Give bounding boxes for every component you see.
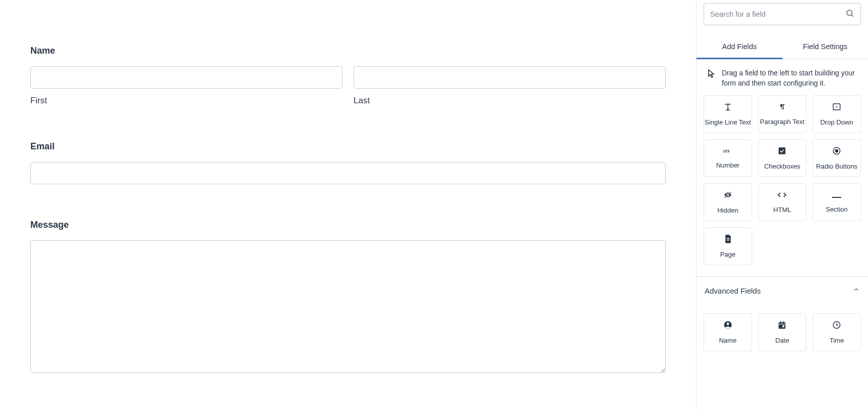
label: Date (775, 337, 789, 344)
svg-rect-19 (784, 321, 785, 323)
field-section[interactable]: Section (812, 183, 861, 221)
form-canvas[interactable]: Name First Last Email Message (0, 0, 696, 410)
email-label: Email (30, 141, 666, 152)
standard-fields-grid: Single Line Text Paragraph Text Drop Dow… (697, 95, 868, 276)
field-time[interactable]: Time (812, 313, 861, 351)
advanced-fields-header[interactable]: Advanced Fields (697, 276, 868, 304)
advanced-fields-grid: Name Date Time (697, 304, 868, 362)
label: Page (720, 251, 735, 258)
calendar-icon (777, 320, 787, 332)
tab-field-settings[interactable]: Field Settings (783, 35, 869, 59)
svg-text:123: 123 (723, 149, 730, 153)
sidebar-tabs: Add Fields Field Settings (697, 35, 868, 59)
text-icon (723, 102, 732, 113)
message-textarea[interactable] (30, 240, 666, 373)
instruction-text: Drag a field to the left to start buildi… (722, 68, 860, 88)
name-field-block[interactable]: Name First Last (30, 46, 666, 106)
first-sublabel: First (30, 96, 342, 106)
email-field-block[interactable]: Email (30, 141, 666, 184)
page-icon (724, 234, 732, 245)
radio-icon (832, 146, 841, 157)
last-name-input[interactable] (354, 66, 666, 89)
field-paragraph-text[interactable]: Paragraph Text (758, 95, 807, 133)
advanced-fields-title: Advanced Fields (705, 286, 761, 295)
label: Hidden (717, 207, 738, 214)
paragraph-icon (778, 103, 786, 113)
chevron-up-icon (853, 286, 860, 295)
dropdown-icon (832, 102, 841, 113)
label: HTML (773, 206, 791, 214)
field-single-line-text[interactable]: Single Line Text (704, 95, 752, 133)
svg-point-15 (726, 323, 729, 325)
code-icon (777, 191, 787, 201)
first-name-input[interactable] (30, 66, 342, 89)
label: Paragraph Text (760, 118, 805, 126)
name-label: Name (30, 46, 666, 56)
number-icon: 123 (723, 147, 733, 156)
label: Checkboxes (764, 162, 801, 170)
search-input[interactable] (710, 10, 845, 18)
last-sublabel: Last (354, 96, 666, 106)
label: Time (830, 337, 844, 344)
svg-rect-13 (726, 240, 729, 240)
search-icon (845, 9, 854, 20)
message-field-block[interactable]: Message (30, 220, 666, 375)
search-field-wrapper[interactable] (704, 3, 861, 25)
field-date[interactable]: Date (758, 313, 807, 351)
svg-rect-12 (726, 238, 729, 239)
label: Radio Buttons (816, 162, 857, 170)
message-label: Message (30, 220, 666, 230)
person-icon (723, 320, 732, 332)
svg-rect-5 (779, 147, 786, 154)
sidebar: Add Fields Field Settings Drag a field t… (696, 0, 868, 410)
clock-icon (832, 320, 841, 332)
svg-point-0 (847, 10, 852, 16)
instruction-row: Drag a field to the left to start buildi… (697, 59, 868, 95)
tab-add-fields[interactable]: Add Fields (697, 35, 783, 59)
svg-rect-16 (779, 322, 786, 329)
svg-rect-20 (783, 325, 785, 327)
field-drop-down[interactable]: Drop Down (812, 95, 861, 133)
label: Drop Down (820, 118, 853, 126)
svg-rect-17 (779, 324, 786, 324)
email-input[interactable] (30, 162, 666, 184)
cursor-icon (708, 69, 716, 80)
field-radio-buttons[interactable]: Radio Buttons (812, 139, 861, 177)
svg-rect-18 (780, 321, 782, 323)
svg-line-1 (851, 15, 853, 16)
field-page[interactable]: Page (704, 227, 752, 265)
label: Single Line Text (705, 118, 751, 126)
checkbox-icon (777, 146, 787, 157)
field-html[interactable]: HTML (758, 183, 807, 221)
label: Name (719, 337, 736, 344)
section-icon (832, 191, 841, 200)
label: Section (826, 206, 847, 213)
field-checkboxes[interactable]: Checkboxes (758, 139, 807, 177)
label: Number (716, 161, 740, 169)
field-number[interactable]: 123 Number (704, 139, 752, 177)
field-hidden[interactable]: Hidden (704, 183, 752, 221)
svg-point-7 (835, 149, 839, 153)
hidden-icon (723, 190, 733, 201)
field-name[interactable]: Name (704, 313, 752, 351)
